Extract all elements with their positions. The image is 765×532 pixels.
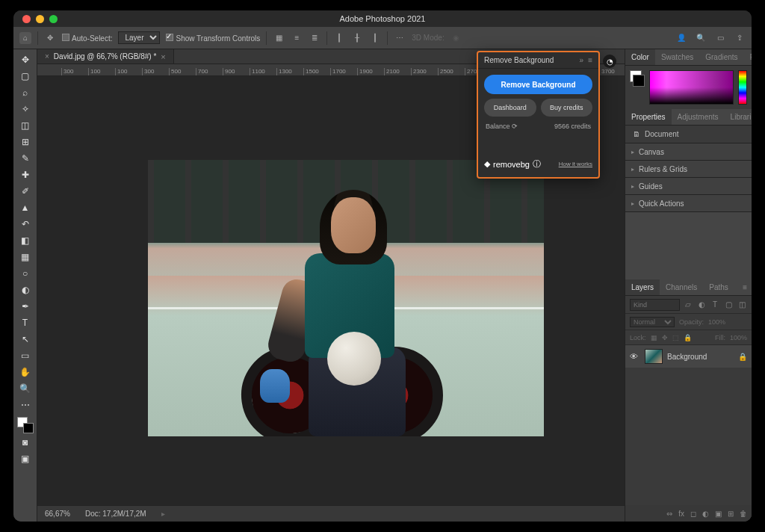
filter-shape-icon[interactable]: ▢ bbox=[723, 300, 734, 310]
distribute-icon[interactable]: ┃ bbox=[333, 32, 345, 44]
layer-filter-input[interactable] bbox=[630, 299, 680, 311]
panel-section[interactable]: ▸Rulers & Grids bbox=[625, 161, 752, 177]
home-icon[interactable]: ⌂ bbox=[19, 32, 31, 44]
workspace-icon[interactable]: ▭ bbox=[714, 32, 726, 44]
color-panel[interactable] bbox=[625, 66, 752, 109]
screenmode-tool[interactable]: ▣ bbox=[16, 451, 34, 466]
panel-section[interactable]: ▸Guides bbox=[625, 178, 752, 194]
dashboard-button[interactable]: Dashboard bbox=[484, 99, 536, 117]
color-swatch[interactable] bbox=[17, 417, 34, 433]
frame-tool[interactable]: ⊞ bbox=[16, 134, 34, 149]
pen-tool[interactable]: ✒ bbox=[16, 299, 34, 314]
fg-bg-swatch[interactable] bbox=[630, 70, 645, 93]
layer-name[interactable]: Background bbox=[667, 353, 707, 361]
search-icon[interactable]: 🔍 bbox=[695, 32, 707, 44]
layer-style-icon[interactable]: fx bbox=[678, 510, 684, 518]
panel-menu-icon[interactable]: ≡ bbox=[738, 283, 752, 291]
stamp-tool[interactable]: ▲ bbox=[16, 200, 34, 215]
group-icon[interactable]: ▣ bbox=[715, 510, 722, 518]
lock-icon[interactable]: 🔒 bbox=[738, 353, 747, 361]
tab-color[interactable]: Color bbox=[625, 49, 655, 65]
visibility-icon[interactable]: 👁 bbox=[630, 352, 640, 361]
tab-channels[interactable]: Channels bbox=[660, 279, 703, 295]
panel-menu-icon[interactable]: ≡ bbox=[588, 56, 592, 64]
dodge-tool[interactable]: ◐ bbox=[16, 282, 34, 297]
hue-slider[interactable] bbox=[738, 70, 747, 105]
lock-pixels-icon[interactable]: ⬚ bbox=[672, 334, 679, 341]
align-icon[interactable]: ≣ bbox=[309, 32, 320, 44]
show-transform-checkbox[interactable] bbox=[166, 34, 173, 41]
auto-select-dropdown[interactable]: Layer bbox=[118, 31, 160, 44]
minimize-window[interactable] bbox=[36, 15, 44, 23]
layer-mask-icon[interactable]: ◻ bbox=[690, 510, 696, 518]
stack-icon: ◆ bbox=[484, 159, 490, 169]
filter-smart-icon[interactable]: ◫ bbox=[737, 300, 747, 310]
wand-tool[interactable]: ✧ bbox=[16, 102, 34, 117]
buy-credits-button[interactable]: Buy credits bbox=[541, 99, 593, 117]
new-layer-icon[interactable]: ⊞ bbox=[728, 510, 734, 518]
crop-tool[interactable]: ◫ bbox=[16, 118, 34, 133]
panel-section[interactable]: ▸Canvas bbox=[625, 143, 752, 160]
tab-patterns[interactable]: Patterns bbox=[744, 49, 752, 65]
how-it-works-link[interactable]: How it works bbox=[559, 161, 592, 167]
blend-mode-dropdown[interactable]: Normal bbox=[630, 317, 675, 327]
eyedropper-tool[interactable]: ✎ bbox=[16, 151, 34, 166]
filter-adjust-icon[interactable]: ◐ bbox=[696, 300, 707, 310]
history-brush-tool[interactable]: ↶ bbox=[16, 217, 34, 232]
share-icon[interactable]: ⇪ bbox=[734, 32, 746, 44]
edit-toolbar[interactable]: ⋯ bbox=[16, 398, 34, 412]
lasso-tool[interactable]: ⌕ bbox=[16, 85, 34, 100]
lock-all-icon[interactable]: ▦ bbox=[651, 334, 657, 341]
panel-section[interactable]: ▸Quick Actions bbox=[625, 195, 752, 211]
tab-paths[interactable]: Paths bbox=[703, 279, 734, 295]
tab-layers[interactable]: Layers bbox=[625, 279, 660, 295]
tab-libraries[interactable]: Libraries bbox=[725, 109, 752, 125]
filter-pixel-icon[interactable]: ▱ bbox=[683, 300, 693, 310]
cloud-docs-icon[interactable]: 👤 bbox=[675, 32, 687, 44]
brush-tool[interactable]: ✐ bbox=[16, 184, 34, 199]
distribute-icon[interactable]: ┃ bbox=[369, 32, 381, 44]
plugin-dock-icon[interactable]: ◔ bbox=[603, 55, 616, 68]
marquee-tool[interactable]: ▢ bbox=[16, 69, 34, 84]
layer-thumbnail[interactable] bbox=[645, 349, 663, 364]
gradient-tool[interactable]: ▦ bbox=[16, 250, 34, 265]
collapse-icon[interactable]: » bbox=[580, 56, 584, 64]
tab-gradients[interactable]: Gradients bbox=[699, 49, 743, 65]
align-icon[interactable]: ≡ bbox=[291, 32, 303, 44]
tab-properties[interactable]: Properties bbox=[625, 109, 672, 125]
align-icon[interactable]: ▦ bbox=[273, 32, 285, 44]
tab-swatches[interactable]: Swatches bbox=[655, 49, 699, 65]
color-spectrum[interactable] bbox=[649, 70, 734, 105]
info-icon[interactable]: ⓘ bbox=[533, 158, 541, 170]
close-tab-icon[interactable]: × bbox=[161, 52, 165, 61]
move-tool-icon[interactable]: ✥ bbox=[44, 32, 56, 44]
tab-adjustments[interactable]: Adjustments bbox=[672, 109, 725, 125]
doc-size[interactable]: Doc: 17,2M/17,2M bbox=[85, 510, 146, 518]
filter-type-icon[interactable]: T bbox=[710, 300, 720, 310]
close-window[interactable] bbox=[22, 15, 31, 23]
refresh-icon[interactable]: ⟳ bbox=[512, 123, 518, 130]
eraser-tool[interactable]: ◧ bbox=[16, 233, 34, 248]
remove-background-button[interactable]: Remove Background bbox=[484, 75, 592, 94]
path-tool[interactable]: ↖ bbox=[16, 332, 34, 347]
hand-tool[interactable]: ✋ bbox=[16, 365, 34, 380]
type-tool[interactable]: T bbox=[16, 315, 34, 330]
lock-icon[interactable]: 🔒 bbox=[684, 334, 692, 341]
shape-tool[interactable]: ▭ bbox=[16, 348, 34, 363]
layer-row[interactable]: 👁 Background 🔒 bbox=[625, 345, 752, 368]
document-tab[interactable]: × David.jpg @ 66,7% (RGB/8#) * × bbox=[37, 49, 174, 64]
distribute-icon[interactable]: ╂ bbox=[351, 32, 363, 44]
zoom-level[interactable]: 66,67% bbox=[45, 510, 70, 518]
healing-tool[interactable]: ✚ bbox=[16, 167, 34, 182]
zoom-window[interactable] bbox=[49, 15, 58, 23]
zoom-tool[interactable]: 🔍 bbox=[16, 381, 34, 396]
adjustment-icon[interactable]: ◐ bbox=[702, 510, 709, 518]
quickmask-tool[interactable]: ◙ bbox=[16, 435, 34, 450]
move-tool[interactable]: ✥ bbox=[16, 52, 34, 67]
lock-position-icon[interactable]: ✥ bbox=[662, 334, 668, 341]
more-icon[interactable]: ⋯ bbox=[394, 32, 406, 44]
blur-tool[interactable]: ○ bbox=[16, 266, 34, 281]
delete-layer-icon[interactable]: 🗑 bbox=[740, 510, 747, 518]
auto-select-checkbox[interactable] bbox=[62, 34, 69, 41]
link-layers-icon[interactable]: ⇔ bbox=[666, 510, 672, 518]
